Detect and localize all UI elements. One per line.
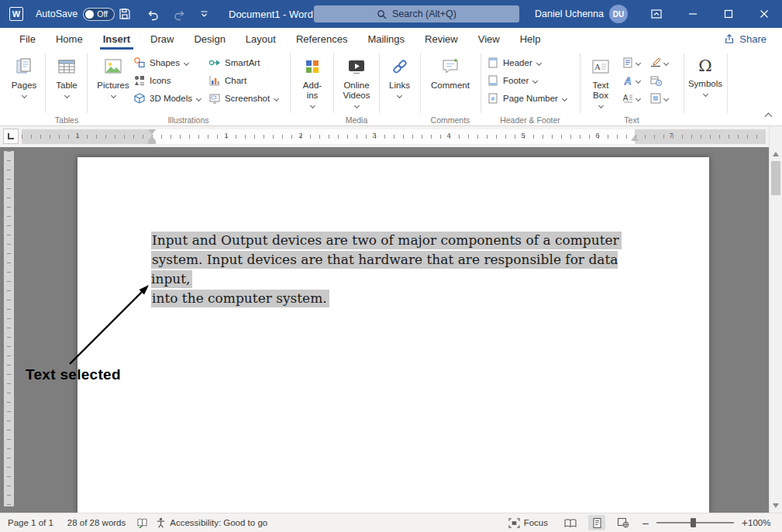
hanging-indent-marker[interactable] — [148, 136, 156, 141]
object-icon — [649, 92, 662, 105]
links-button[interactable]: Links — [382, 51, 417, 98]
screenshot-button[interactable]: Screenshot — [208, 90, 278, 107]
group-separator — [481, 53, 481, 113]
left-indent-marker[interactable] — [148, 141, 156, 144]
tab-mailings[interactable]: Mailings — [357, 28, 415, 50]
svg-text:A: A — [623, 94, 629, 102]
right-indent-marker[interactable] — [631, 136, 639, 141]
search-input[interactable]: Search (Alt+Q) — [314, 5, 519, 22]
object-button[interactable] — [649, 91, 670, 106]
save-button[interactable] — [113, 0, 136, 28]
close-button[interactable] — [746, 0, 782, 28]
group-separator — [379, 53, 380, 113]
wordart-button[interactable]: A — [622, 73, 642, 88]
scroll-down-button[interactable] — [773, 503, 779, 508]
addins-button[interactable]: Add-ins — [295, 51, 330, 108]
table-button[interactable]: Table — [49, 51, 84, 98]
tab-review[interactable]: Review — [415, 28, 468, 50]
zoom-in-button[interactable]: + — [742, 517, 748, 529]
quick-parts-button[interactable] — [622, 55, 642, 70]
vertical-scrollbar[interactable] — [769, 147, 782, 513]
signature-line-button[interactable] — [649, 55, 670, 70]
account-name[interactable]: Daniel Uchenna — [535, 0, 604, 28]
tab-view[interactable]: View — [468, 28, 510, 50]
tab-home[interactable]: Home — [46, 28, 93, 50]
minimize-button[interactable] — [675, 0, 711, 28]
maximize-button[interactable] — [711, 0, 746, 28]
zoom-level[interactable]: 100% — [748, 518, 774, 527]
tab-stop-selector[interactable] — [3, 129, 19, 144]
chevron-down-icon — [353, 103, 359, 108]
scroll-up-button[interactable] — [773, 152, 779, 156]
pages-button[interactable]: Pages — [6, 51, 42, 98]
date-time-button[interactable] — [649, 73, 670, 88]
zoom-slider-thumb[interactable] — [691, 518, 696, 527]
online-videos-button[interactable]: Online Videos — [338, 51, 375, 108]
page-indicator[interactable]: Page 1 of 1 — [8, 518, 53, 527]
customize-quick-access-button[interactable] — [192, 0, 215, 28]
text-box-button[interactable]: A Text Box — [583, 51, 618, 108]
tab-help[interactable]: Help — [510, 28, 551, 50]
chevron-down-icon — [110, 93, 115, 98]
pages-icon — [14, 57, 34, 77]
ribbon-display-options-button[interactable] — [645, 0, 668, 28]
chevron-down-icon — [64, 93, 69, 98]
web-layout-button[interactable] — [615, 515, 632, 530]
document-page[interactable]: Input and Output devices are two of majo… — [78, 157, 709, 513]
screenshot-icon — [208, 92, 221, 105]
shapes-button[interactable]: Shapes — [133, 54, 188, 71]
app-icon[interactable]: W — [9, 0, 23, 28]
drop-cap-button[interactable]: A — [622, 91, 642, 106]
maximize-icon — [724, 9, 733, 19]
scrollbar-thumb[interactable] — [771, 161, 780, 195]
icons-button[interactable]: Icons — [133, 72, 171, 89]
search-icon — [377, 9, 387, 19]
proofing-status[interactable] — [136, 517, 148, 528]
tab-draw[interactable]: Draw — [140, 28, 184, 50]
svg-text:A: A — [594, 62, 601, 71]
3d-models-label: 3D Models — [150, 94, 192, 103]
smartart-button[interactable]: SmartArt — [208, 54, 260, 71]
chart-button[interactable]: Chart — [208, 72, 246, 89]
accessibility-status[interactable]: Accessibility: Good to go — [156, 517, 267, 528]
tab-file[interactable]: File — [9, 28, 46, 50]
group-header-footer: Header Footer # Page Number Header & — [482, 50, 578, 126]
page-number-button[interactable]: # Page Number — [487, 90, 567, 107]
signature-line-icon — [649, 57, 662, 69]
redo-button[interactable] — [167, 0, 191, 28]
tab-references[interactable]: References — [286, 28, 357, 50]
document-title: Document1 - Word — [229, 0, 313, 28]
print-layout-button[interactable] — [588, 515, 605, 530]
zoom-out-button[interactable]: – — [642, 517, 649, 529]
tab-insert[interactable]: Insert — [93, 28, 140, 50]
tab-design[interactable]: Design — [184, 28, 235, 50]
autosave-pill[interactable]: Off — [83, 8, 115, 21]
comment-button[interactable]: Comment — [427, 51, 474, 91]
collapse-ribbon-button[interactable] — [765, 113, 773, 121]
read-mode-button[interactable] — [562, 515, 579, 530]
pictures-button[interactable]: Pictures — [95, 51, 132, 98]
ruler-number: 6 — [594, 132, 601, 139]
tab-layout[interactable]: Layout — [236, 28, 286, 50]
header-button[interactable]: Header — [487, 54, 541, 71]
autosave-toggle[interactable]: AutoSave Off — [36, 0, 115, 28]
symbols-button[interactable]: Ω Symbols — [686, 51, 725, 96]
footer-button[interactable]: Footer — [487, 72, 537, 89]
horizontal-ruler: 1 1 2 3 4 5 6 7 — [22, 129, 766, 144]
word-count[interactable]: 28 of 28 words — [67, 518, 126, 527]
first-line-indent-marker[interactable] — [148, 129, 156, 135]
group-addins: Add-ins — [291, 50, 333, 126]
chevron-down-icon — [196, 95, 202, 101]
undo-button[interactable] — [141, 0, 164, 28]
focus-mode-button[interactable]: Focus — [508, 518, 548, 528]
account-avatar[interactable]: DU — [609, 0, 628, 28]
ruler-ticks — [7, 151, 11, 506]
paragraph-selected[interactable]: Input and Output devices are two of majo… — [151, 231, 663, 308]
icons-label: Icons — [150, 76, 171, 85]
3d-models-button[interactable]: 3D Models — [133, 90, 201, 107]
zoom-slider[interactable] — [656, 522, 734, 523]
share-button[interactable]: Share — [719, 30, 771, 47]
pictures-icon — [103, 57, 123, 77]
chevron-down-icon — [702, 91, 708, 97]
text-box-label: Text Box — [587, 81, 614, 101]
